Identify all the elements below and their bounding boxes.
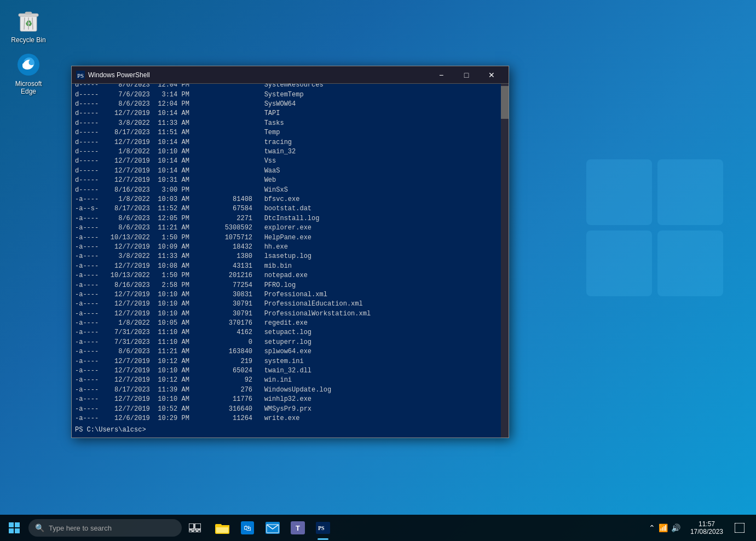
terminal-line: -a---- 12/7/2019 10:12 AM 92 win.ini	[75, 376, 498, 385]
svg-text:T: T	[296, 524, 300, 532]
taskbar-search[interactable]: 🔍 Type here to search	[28, 519, 182, 537]
window-titlebar: PS Windows PowerShell − □ ✕	[72, 66, 509, 84]
edge-icon-image	[15, 51, 42, 78]
terminal-line: d----- 8/16/2023 3:00 PM WinSxS	[75, 186, 498, 195]
svg-rect-14	[9, 522, 14, 527]
svg-rect-17	[15, 528, 20, 533]
minimize-button[interactable]: −	[429, 66, 454, 84]
scrollbar-thumb[interactable]	[501, 86, 509, 119]
terminal-line: -a---- 8/6/2023 11:21 AM 163840 splwow64…	[75, 347, 498, 356]
taskbar-store[interactable]: 🛍	[235, 515, 259, 541]
edge-label: Microsoft Edge	[9, 80, 48, 95]
volume-icon[interactable]: 🔊	[671, 523, 680, 532]
terminal-line: d----- 12/7/2019 10:14 AM Vss	[75, 157, 498, 166]
network-icon[interactable]: 📶	[659, 523, 668, 532]
terminal-line: -a---- 8/16/2023 2:58 PM 77254 PFRO.log	[75, 281, 498, 290]
terminal-line: d----- 8/17/2023 11:51 AM Temp	[75, 128, 498, 137]
recycle-bin-label: Recycle Bin	[11, 36, 45, 44]
svg-line-8	[24, 18, 25, 30]
task-view-button[interactable]	[184, 515, 206, 541]
terminal-line: -a---- 3/8/2022 11:33 AM 1380 lsasetup.l…	[75, 252, 498, 261]
svg-rect-26	[215, 525, 229, 527]
terminal-line: -a---- 12/7/2019 10:08 AM 43131 mib.bin	[75, 262, 498, 271]
svg-text:PS: PS	[318, 525, 325, 531]
terminal-line: -a---- 1/8/2022 10:05 AM 370176 regedit.…	[75, 319, 498, 328]
svg-rect-15	[15, 522, 20, 527]
clock-date: 17/08/2023	[690, 528, 723, 536]
terminal-line: -a---- 1/8/2022 10:03 AM 81408 bfsvc.exe	[75, 195, 498, 204]
edge-desktop-icon[interactable]: Microsoft Edge	[7, 49, 50, 97]
terminal-line: d----- 12/7/2019 10:14 AM WaaS	[75, 166, 498, 176]
terminal-line: d----- 12/7/2019 10:31 AM Web	[75, 176, 498, 185]
tray-icons[interactable]: ⌃ 📶 🔊	[645, 523, 684, 532]
terminal-line: -a---- 12/7/2019 10:10 AM 30791 Professi…	[75, 300, 498, 309]
terminal-line: d----- 12/7/2019 10:14 AM tracing	[75, 138, 498, 147]
taskbar-teams[interactable]: T	[286, 515, 310, 541]
maximize-button[interactable]: □	[454, 66, 479, 84]
svg-text:PS: PS	[77, 72, 84, 79]
powershell-window: PS Windows PowerShell − □ ✕ d----- 10/19…	[71, 66, 509, 438]
svg-rect-29	[266, 522, 280, 534]
taskbar-mail[interactable]	[261, 515, 285, 541]
close-button[interactable]: ✕	[479, 66, 504, 84]
terminal-line: -a---- 12/7/2019 10:10 AM 65024 twain_32…	[75, 366, 498, 376]
svg-rect-16	[9, 528, 14, 533]
svg-line-10	[32, 18, 33, 30]
svg-rect-22	[198, 530, 201, 532]
windows-bg-logo	[586, 159, 729, 304]
svg-rect-6	[25, 12, 32, 14]
recycle-bin-icon[interactable]: ♻ Recycle Bin	[7, 5, 50, 46]
terminal-line: d----- 8/6/2023 12:04 PM SysWOW64	[75, 100, 498, 109]
desktop: ♻ Recycle Bin Microsoft Edge	[0, 0, 756, 515]
clock-time: 11:57	[699, 520, 715, 528]
search-placeholder: Type here to search	[49, 524, 112, 532]
scrollbar[interactable]	[501, 84, 509, 438]
terminal-line: -a---- 12/7/2019 10:12 AM 219 system.ini	[75, 357, 498, 366]
terminal-line: -a---- 7/31/2023 11:10 AM 0 setuperr.log	[75, 338, 498, 347]
terminal-line: -a---- 12/7/2019 10:52 AM 316640 WMSysPr…	[75, 405, 498, 414]
terminal-line: d----- 7/6/2023 3:14 PM SystemTemp	[75, 90, 498, 100]
search-icon: 🔍	[35, 523, 44, 532]
window-controls: − □ ✕	[429, 66, 504, 84]
powershell-title-icon: PS	[76, 71, 85, 79]
notification-button[interactable]	[730, 515, 749, 541]
terminal-body[interactable]: d----- 10/19/2022 11:36 AM servicingd---…	[72, 84, 501, 438]
terminal-line: d----- 1/8/2022 10:10 AM twain_32	[75, 147, 498, 157]
start-button[interactable]	[2, 515, 26, 541]
terminal-line: -a---- 8/6/2023 12:05 PM 2271 DtcInstall…	[75, 214, 498, 223]
terminal-line: -a--s- 8/17/2023 11:52 AM 67584 bootstat…	[75, 204, 498, 214]
taskbar-app-icons: 🛍 T PS	[210, 515, 335, 541]
svg-rect-18	[189, 523, 194, 529]
window-title: Windows PowerShell	[88, 71, 429, 79]
recycle-bin-image: ♻	[15, 8, 42, 34]
terminal-line: -a---- 12/7/2019 10:10 AM 30831 Professi…	[75, 290, 498, 300]
terminal-line: -a---- 12/7/2019 10:10 AM 11776 winhlp32…	[75, 395, 498, 404]
svg-rect-2	[586, 231, 652, 296]
svg-text:🛍: 🛍	[244, 523, 251, 532]
terminal-line: -a---- 8/6/2023 11:21 AM 5308592 explore…	[75, 223, 498, 233]
terminal-line: -a---- 12/6/2019 10:29 PM 11264 write.ex…	[75, 414, 498, 423]
terminal-line: -a---- 12/7/2019 10:09 AM 18432 hh.exe	[75, 243, 498, 252]
chevron-up-icon[interactable]: ⌃	[649, 523, 655, 532]
svg-rect-21	[193, 530, 197, 532]
terminal-line: -a---- 10/13/2022 1:50 PM 201216 notepad…	[75, 271, 498, 280]
svg-rect-35	[735, 523, 745, 533]
terminal-line: -a---- 12/7/2019 10:10 AM 30791 Professi…	[75, 309, 498, 319]
svg-rect-20	[189, 530, 192, 532]
window-content: d----- 10/19/2022 11:36 AM servicingd---…	[72, 84, 509, 438]
svg-rect-0	[586, 159, 652, 225]
svg-rect-1	[657, 159, 723, 225]
terminal-line: -a---- 8/17/2023 11:39 AM 276 WindowsUpd…	[75, 385, 498, 395]
terminal-line: -a---- 7/31/2023 11:10 AM 4162 setupact.…	[75, 328, 498, 337]
terminal-line: d----- 8/6/2023 12:04 PM SystemResources	[75, 84, 498, 90]
taskbar: 🔍 Type here to search 🛍	[0, 515, 756, 541]
terminal-line: -a---- 10/13/2022 1:50 PM 1075712 HelpPa…	[75, 233, 498, 243]
terminal-line: d----- 12/7/2019 10:14 AM TAPI	[75, 109, 498, 118]
taskbar-file-explorer[interactable]	[210, 515, 234, 541]
terminal-prompt: PS C:\Users\alcsc>	[75, 425, 498, 435]
system-clock[interactable]: 11:57 17/08/2023	[686, 519, 728, 537]
terminal-line: d----- 3/8/2022 11:33 AM Tasks	[75, 119, 498, 128]
svg-rect-3	[657, 231, 723, 296]
svg-rect-19	[195, 523, 201, 529]
taskbar-powershell[interactable]: PS	[311, 515, 335, 541]
